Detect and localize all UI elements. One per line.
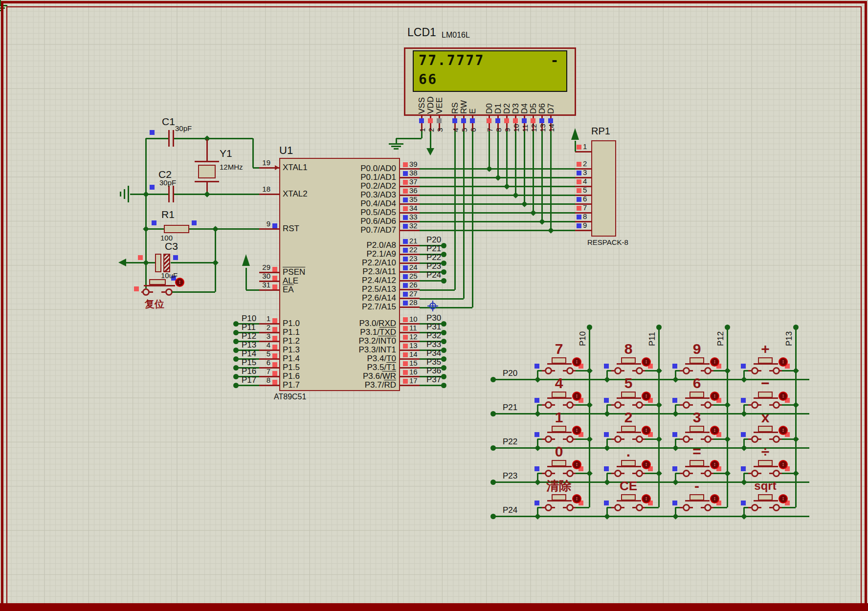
wire-segment — [537, 370, 542, 371]
button-plate — [621, 357, 636, 364]
junction-dot — [724, 368, 731, 374]
key-9-button[interactable]: ↕ — [710, 357, 719, 367]
junction-dot — [672, 445, 679, 451]
key-4-button[interactable]: ↕ — [572, 392, 581, 401]
logic-state-red-square — [138, 255, 143, 260]
mcu-pin-name: P1.3 — [283, 346, 300, 354]
logic-state-blue-square — [173, 255, 178, 260]
logic-state-red-square — [272, 318, 277, 323]
pin-stub — [206, 139, 208, 161]
junction-dot — [793, 368, 799, 374]
mcu-pin-name: PSEN — [283, 268, 305, 277]
key---button[interactable]: ↕ — [710, 494, 719, 503]
logic-state-blue-square — [403, 224, 408, 229]
mcu-pin-name: P0.7/AD7 — [335, 226, 396, 235]
wire-segment — [675, 507, 680, 508]
respack-pin-number: 4 — [583, 177, 587, 185]
key-sqrt-button[interactable]: ↕ — [779, 494, 788, 503]
mcu-pin-number: 24 — [409, 263, 418, 271]
key-7-button[interactable]: ↕ — [572, 357, 581, 367]
pin-stub — [400, 385, 420, 386]
net-label: P12 — [242, 332, 256, 341]
net-label: P10 — [242, 314, 256, 323]
key-1-button[interactable]: ↕ — [572, 426, 581, 435]
key-label: x — [749, 410, 781, 425]
junction-dot — [586, 470, 593, 477]
lcd-pin-number: 3 — [436, 128, 444, 132]
junction-dot — [672, 513, 679, 520]
terminal-dot — [441, 356, 446, 362]
logic-state-blue-square — [741, 466, 746, 471]
key-label: 1 — [543, 410, 575, 425]
button-terminal — [704, 367, 712, 374]
key-x-button[interactable]: ↕ — [779, 426, 788, 435]
button-terminal — [566, 470, 574, 477]
mcu-pin-name: P3.6/WR — [335, 372, 396, 381]
key-0-button[interactable]: ↕ — [572, 460, 581, 469]
origin-marker-icon — [427, 306, 438, 306]
pin-stub — [769, 370, 773, 371]
pin-stub — [621, 404, 624, 406]
lcd-pin-name: D1 — [494, 103, 503, 114]
pin-stub — [621, 473, 624, 474]
junction-dot — [724, 436, 731, 442]
ground-icon — [124, 189, 125, 199]
key-6-button[interactable]: ↕ — [710, 392, 719, 401]
lcd-pin-name: E — [468, 109, 477, 114]
keypad-row-net-label: P21 — [503, 403, 517, 412]
button-terminal — [614, 470, 622, 477]
respack-pin-number: 8 — [583, 212, 587, 220]
net-label: P31 — [426, 323, 441, 331]
key-÷-button[interactable]: ↕ — [779, 460, 788, 469]
pin-stub — [552, 473, 555, 474]
terminal-dot — [441, 278, 446, 284]
logic-state-red-square — [403, 370, 408, 375]
button-terminal — [614, 436, 622, 443]
logic-state-blue-square — [419, 118, 424, 123]
key-+-button[interactable]: ↕ — [779, 357, 788, 367]
button-plate — [621, 494, 636, 501]
logic-state-blue-square — [272, 223, 277, 228]
key-−-button[interactable]: ↕ — [779, 392, 788, 401]
pin-stub — [758, 404, 761, 406]
mcu-pin-name: P0.3/AD3 — [335, 191, 396, 199]
pin-stub — [141, 291, 142, 293]
logic-state-blue-square — [577, 197, 581, 202]
logic-state-red-square — [403, 180, 408, 185]
mcu-pin-number: 34 — [409, 204, 418, 212]
logic-state-blue-square — [604, 432, 609, 437]
pin-stub — [168, 186, 170, 202]
junction-dot — [741, 513, 747, 520]
mcu-pin-number: 27 — [409, 289, 418, 298]
pin-stub — [758, 507, 761, 508]
terminal-dot — [441, 374, 446, 379]
button-plate — [690, 392, 704, 398]
button-terminal — [704, 470, 712, 477]
key-3-button[interactable]: ↕ — [710, 426, 719, 435]
terminal-dot — [793, 325, 799, 330]
button-terminal — [683, 504, 690, 511]
key-CE-button[interactable]: ↕ — [642, 494, 651, 503]
mcu-pin-name: P3.2/INT0 — [335, 337, 396, 346]
logic-state-blue-square — [522, 118, 527, 123]
key-.-button[interactable]: ↕ — [642, 460, 651, 469]
pin-stub — [701, 507, 704, 508]
key-=-button[interactable]: ↕ — [710, 460, 719, 469]
logic-state-red-square — [403, 335, 408, 340]
key-2-button[interactable]: ↕ — [642, 426, 651, 435]
wire-segment — [253, 167, 259, 169]
key-8-button[interactable]: ↕ — [642, 357, 651, 367]
terminal-dot — [441, 321, 446, 327]
button-terminal — [636, 436, 643, 443]
logic-state-red-square — [504, 118, 509, 123]
wire-segment — [174, 194, 207, 195]
pin-stub — [690, 473, 693, 474]
button-terminal — [683, 401, 690, 409]
terminal-dot — [441, 252, 446, 257]
junction-dot — [672, 411, 679, 417]
junction-dot — [604, 513, 610, 520]
key-5-button[interactable]: ↕ — [642, 392, 651, 401]
logic-state-red-square — [272, 276, 277, 281]
key-清除-button[interactable]: ↕ — [572, 494, 581, 503]
reset-button-label: 复位 — [145, 300, 164, 308]
